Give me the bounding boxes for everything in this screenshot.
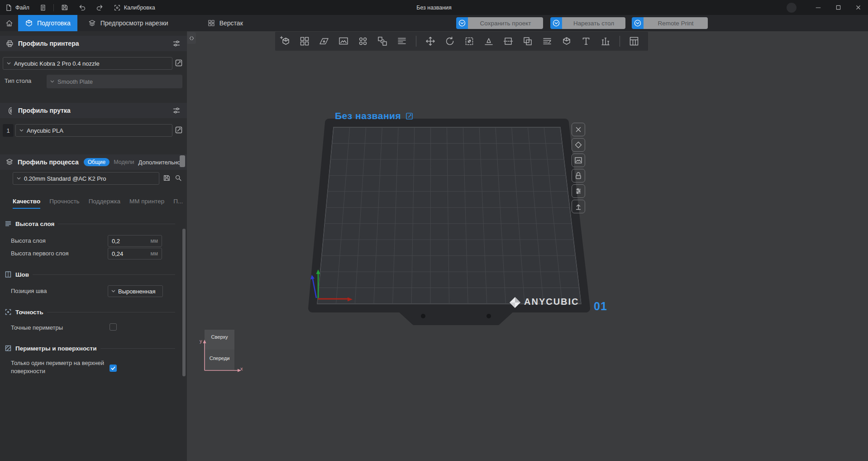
edit-plate-title-icon[interactable]	[405, 112, 414, 120]
minimize-button[interactable]	[808, 0, 828, 15]
lay-flat-icon[interactable]	[338, 36, 349, 47]
first-layer-height-input[interactable]: 0,24 мм	[108, 248, 162, 259]
maximize-button[interactable]	[828, 0, 848, 15]
plate-number: 01	[594, 300, 607, 313]
group-rule	[33, 274, 175, 275]
variable-layer-icon[interactable]	[396, 36, 407, 47]
calibration-label: Калибровка	[124, 5, 155, 11]
slice-plate-button[interactable]: Нарезать стол	[562, 17, 625, 29]
precise-walls-checkbox[interactable]	[110, 323, 117, 331]
file-icon	[5, 4, 12, 11]
arrange-icon[interactable]	[299, 36, 310, 47]
save-project-dropdown[interactable]	[456, 17, 468, 29]
filament-settings-button[interactable]	[172, 106, 181, 115]
redo-icon	[96, 4, 104, 11]
records-button[interactable]	[34, 0, 52, 15]
layer-height-icon	[5, 220, 12, 227]
filament-index[interactable]: 1	[3, 124, 14, 137]
redo-button[interactable]	[91, 0, 109, 15]
edit-filament-button[interactable]	[175, 126, 183, 134]
caret-down-icon	[19, 129, 24, 132]
move-plate-up-icon[interactable]	[572, 200, 585, 213]
assembly-icon[interactable]	[629, 36, 639, 47]
scrollbar-thumb[interactable]	[180, 155, 185, 167]
calibration-button[interactable]: Калибровка	[109, 0, 160, 15]
precise-walls-label: Точные периметры	[11, 324, 63, 331]
account-icon[interactable]	[787, 3, 796, 13]
process-mode-advanced[interactable]: Дополнительно	[138, 159, 181, 166]
filament-preset-dropdown[interactable]: Anycubic PLA	[15, 124, 172, 137]
cut-icon[interactable]	[503, 36, 514, 47]
split-parts-icon[interactable]	[377, 36, 388, 47]
place-on-face-icon[interactable]	[483, 36, 494, 47]
plate-label-icon[interactable]	[572, 154, 585, 167]
edit-printer-button[interactable]	[175, 59, 183, 67]
edit-plate-icon[interactable]	[572, 138, 585, 152]
rotate-icon[interactable]	[444, 36, 455, 47]
process-section-title: Профиль процесса	[18, 158, 79, 166]
printer-settings-button[interactable]	[172, 39, 181, 48]
layers-edit-icon[interactable]	[542, 36, 553, 47]
process-preset-dropdown[interactable]: 0.20mm Standard @AC K2 Pro	[13, 172, 159, 185]
group-walls: Периметры и поверхности	[5, 345, 181, 352]
tab-workbench[interactable]: Верстак	[200, 15, 250, 31]
save-button[interactable]	[56, 0, 73, 15]
collapse-panel-button[interactable]	[187, 32, 196, 44]
tab-strength[interactable]: Прочность	[49, 198, 79, 209]
plate-settings-icon[interactable]	[572, 184, 585, 198]
walls-icon	[5, 345, 12, 352]
clone-icon[interactable]	[522, 36, 533, 47]
layer-height-label: Высота слоя	[11, 237, 46, 244]
boolean-icon[interactable]	[561, 36, 572, 47]
split-objects-icon[interactable]	[358, 36, 368, 47]
file-menu-button[interactable]: Файл	[0, 0, 34, 15]
group-rule	[58, 224, 175, 224]
chevron-down-icon	[458, 19, 466, 27]
tab-preview[interactable]: Предпросмотр нарезки	[81, 15, 175, 31]
file-menu-label: Файл	[15, 5, 29, 11]
tab-support[interactable]: Поддержка	[89, 198, 120, 209]
axis-y-label: y	[200, 338, 202, 344]
search-preset-button[interactable]	[174, 174, 182, 182]
sidebar-scrollbar-thumb[interactable]	[182, 229, 186, 376]
lock-plate-icon[interactable]	[572, 169, 585, 182]
close-button[interactable]	[848, 0, 868, 15]
remote-print-dropdown[interactable]	[632, 17, 644, 29]
tab-prepare[interactable]: Подготовка	[18, 15, 77, 31]
remote-print-button[interactable]: Remote Print	[644, 17, 708, 29]
support-icon[interactable]	[600, 36, 611, 47]
printer-preset-dropdown[interactable]: Anycubic Kobra 2 Pro 0.4 nozzle	[3, 57, 172, 70]
app-window: Файл Калибровка Без названия	[0, 0, 868, 461]
remote-print-group: Remote Print	[632, 17, 708, 29]
move-icon[interactable]	[425, 36, 436, 47]
process-preset-value: 0.20mm Standard @AC K2 Pro	[24, 175, 106, 182]
single-top-wall-checkbox[interactable]	[110, 365, 117, 372]
save-preset-button[interactable]	[162, 174, 171, 182]
workbench-grid-icon	[207, 19, 215, 27]
printer-section-title: Профиль принтера	[18, 40, 79, 47]
undo-button[interactable]	[73, 0, 91, 15]
seam-position-value: Выровненная	[118, 288, 155, 295]
layer-height-input[interactable]: 0,2 мм	[108, 235, 162, 247]
process-layers-icon	[5, 158, 14, 166]
process-mode-models[interactable]: Модели	[114, 159, 134, 165]
process-mode-general[interactable]: Общие	[84, 158, 110, 166]
text-icon[interactable]	[581, 36, 591, 47]
records-icon	[39, 4, 47, 11]
layer-height-value: 0,2	[112, 238, 120, 245]
save-project-button[interactable]: Сохранить проект	[468, 17, 543, 29]
chevron-down-icon	[634, 19, 642, 27]
scale-icon[interactable]	[464, 36, 475, 47]
seam-position-dropdown[interactable]: Выровненная	[108, 285, 163, 297]
slice-plate-dropdown[interactable]	[550, 17, 562, 29]
delete-plate-icon[interactable]	[572, 123, 585, 136]
add-model-icon[interactable]	[280, 36, 291, 47]
tab-more[interactable]: П...	[173, 198, 183, 209]
tab-quality[interactable]: Качество	[13, 198, 40, 209]
tab-mm-printer[interactable]: ММ принтер	[129, 198, 164, 209]
undo-icon	[78, 4, 86, 11]
single-top-wall-label: Только один периметр на верхней поверхно…	[11, 359, 105, 375]
home-button[interactable]	[0, 15, 18, 31]
auto-orient-icon[interactable]	[319, 36, 329, 47]
plate-type-dropdown[interactable]: Smooth Plate	[47, 75, 182, 88]
